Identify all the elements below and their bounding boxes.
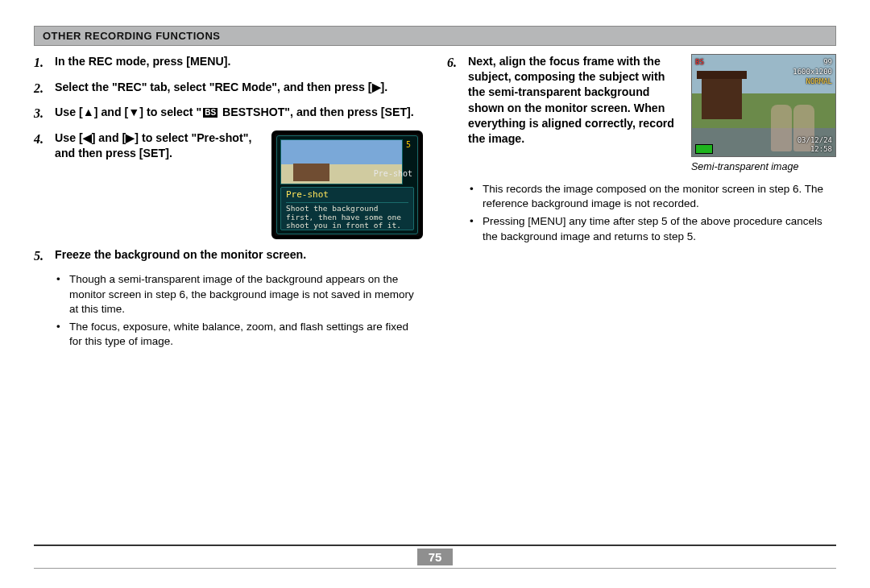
step-number: 6.: [447, 54, 468, 174]
battery-icon: [695, 144, 713, 154]
camera-figure-wrap: BS 99 1600x1200 NORMAL 03/12/24 12:58 Se…: [691, 54, 836, 174]
right-column: 6. Next, align the focus frame with the …: [447, 54, 836, 357]
step-number: 1.: [34, 54, 55, 72]
osd-resolution: 1600x1200: [793, 67, 832, 77]
step-4: 4. Use [◀] and [▶] to select "Pre-shot",…: [34, 130, 423, 239]
osd-mode-icon: BS: [695, 57, 704, 67]
shrine-shape: [702, 79, 742, 119]
step-text: Use [▲] and [▼] to select "BS BESTSHOT",…: [55, 105, 423, 122]
step-3: 3. Use [▲] and [▼] to select "BS BESTSHO…: [34, 105, 423, 122]
step-number: 3.: [34, 105, 55, 122]
lcd-bottom-title: Pre-shot: [286, 189, 408, 203]
camera-screen-figure: BS 99 1600x1200 NORMAL 03/12/24 12:58: [691, 54, 836, 157]
figure-caption: Semi-transparent image: [691, 160, 836, 174]
lcd-bottom-text: Shoot the background first, then have so…: [286, 205, 408, 231]
content-columns: 1. In the REC mode, press [MENU]. 2. Sel…: [34, 54, 836, 357]
step-body: Use [◀] and [▶] to select "Pre-shot", an…: [55, 130, 423, 239]
left-column: 1. In the REC mode, press [MENU]. 2. Sel…: [34, 54, 423, 357]
lcd-count: 5: [406, 139, 414, 151]
step-text: Use [◀] and [▶] to select "Pre-shot", an…: [55, 130, 257, 161]
osd-quality: NORMAL: [806, 77, 832, 86]
manual-page: OTHER RECORDING FUNCTIONS 1. In the REC …: [0, 0, 870, 588]
step-text: Freeze the background on the monitor scr…: [55, 247, 423, 265]
step-5-bullets: Though a semi-transparent image of the b…: [34, 272, 423, 349]
step-1: 1. In the REC mode, press [MENU].: [34, 54, 423, 72]
step-6-bullets: This records the image composed on the m…: [447, 182, 836, 244]
ghost-subject: [771, 105, 792, 151]
page-footer: 75: [34, 545, 836, 569]
step-text: Next, align the focus frame with the sub…: [468, 54, 678, 147]
step-text: In the REC mode, press [MENU].: [55, 54, 423, 72]
lcd-mode-label: Pre-shot: [374, 168, 412, 180]
page-number: 75: [417, 549, 453, 565]
bestshot-icon: BS: [203, 108, 218, 118]
step-body: Next, align the focus frame with the sub…: [468, 54, 836, 174]
bullet: Though a semi-transparent image of the b…: [60, 272, 423, 317]
preshot-lcd-figure: 5 Pre-shot Pre-shot Shoot the background…: [271, 130, 423, 239]
step-text-b: BESTSHOT", and then press [SET].: [219, 106, 414, 118]
section-header: OTHER RECORDING FUNCTIONS: [34, 26, 836, 46]
bullet: Pressing [MENU] any time after step 5 of…: [473, 214, 836, 243]
step-2: 2. Select the "REC" tab, select "REC Mod…: [34, 80, 423, 97]
step-text: Select the "REC" tab, select "REC Mode",…: [55, 80, 423, 97]
osd-shots-remaining: 99: [823, 57, 832, 67]
bullet: The focus, exposure, white balance, zoom…: [60, 320, 423, 349]
step-5: 5. Freeze the background on the monitor …: [34, 247, 423, 265]
step-number: 2.: [34, 80, 55, 97]
step-number: 4.: [34, 130, 55, 239]
step-number: 5.: [34, 247, 55, 265]
bullet: This records the image composed on the m…: [473, 182, 836, 211]
step-text-a: Use [▲] and [▼] to select ": [55, 106, 201, 118]
osd-time: 12:58: [810, 144, 832, 154]
step-6: 6. Next, align the focus frame with the …: [447, 54, 836, 174]
